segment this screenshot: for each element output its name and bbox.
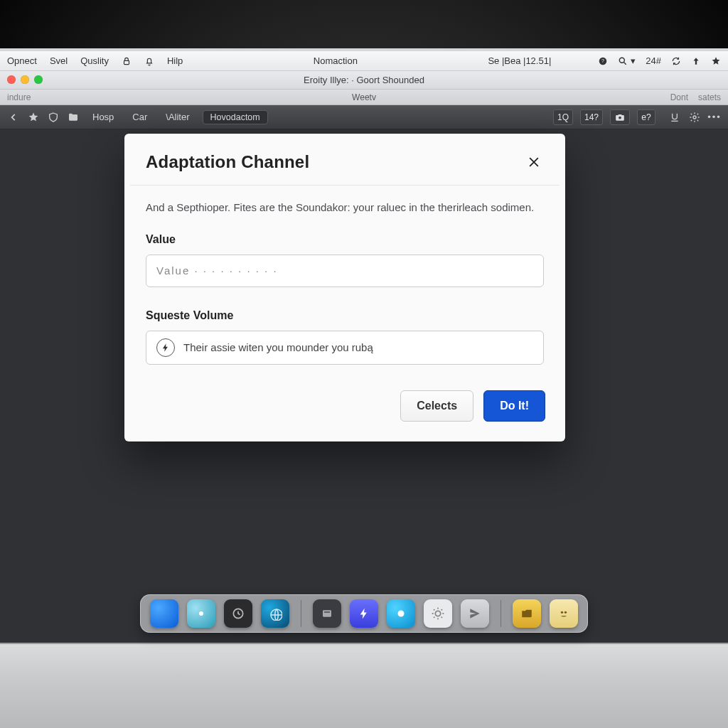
dock-separator	[301, 600, 301, 627]
bolt-icon	[156, 338, 175, 357]
bookmark-star-icon[interactable]	[27, 111, 40, 124]
svg-point-12	[435, 611, 440, 616]
window-sub-left: indure	[7, 92, 31, 102]
dock-app-10[interactable]	[513, 599, 541, 628]
dialog-title: Adaptation Channel	[146, 152, 309, 172]
dock-app-5[interactable]	[313, 599, 341, 628]
star-icon[interactable]	[711, 56, 721, 66]
menubar-center-label: Nomaction	[314, 55, 358, 66]
menu-item-svel[interactable]: Svel	[50, 55, 68, 66]
value-input[interactable]	[146, 255, 544, 287]
adaptation-channel-dialog: Adaptation Channel And a Septhioper. Fit…	[124, 134, 565, 441]
dock-app-3[interactable]	[224, 599, 252, 628]
cancel-button[interactable]: Celects	[400, 390, 473, 422]
window-close-button[interactable]	[7, 75, 16, 84]
dock-app-4[interactable]	[261, 599, 289, 628]
svg-point-13	[561, 611, 563, 614]
svg-rect-0	[124, 60, 129, 64]
squeste-volume-text: Their assie witen you mounder you rubą	[183, 340, 373, 355]
menubar-clock: 24#	[646, 55, 661, 66]
dock-app-7[interactable]	[387, 599, 415, 628]
squeste-volume-label: Squeste Volume	[146, 307, 544, 323]
toolbar-chip-2[interactable]: 14?	[580, 109, 603, 125]
svg-text:?: ?	[601, 58, 604, 63]
sync-icon[interactable]	[671, 56, 681, 66]
dock-separator-2	[500, 600, 501, 627]
upload-arrow-icon[interactable]	[691, 56, 701, 66]
toolbar-item-car[interactable]: Car	[127, 110, 153, 124]
menu-item-opnect[interactable]: Opnect	[7, 55, 37, 66]
traffic-lights	[7, 75, 43, 84]
app-toolbar: Hosp Car \Aliter Hovodactom 1Q 14? e? ••…	[0, 105, 728, 129]
svg-point-11	[398, 611, 405, 617]
window-subtitle-bar: indure Weetv Dont satets	[0, 90, 728, 105]
svg-point-3	[620, 58, 625, 63]
menu-item-hilp[interactable]: Hilp	[167, 55, 183, 66]
dock-app-11[interactable]	[550, 599, 578, 628]
menubar-status: Se |Bea |12.51|	[488, 55, 551, 66]
window-title: Eroity Illye: · Goort Shounded	[304, 75, 424, 85]
folder-icon[interactable]	[67, 111, 80, 124]
value-label: Value	[146, 231, 544, 247]
svg-rect-10	[324, 611, 330, 612]
toolbar-pill-hovodactom[interactable]: Hovodactom	[203, 110, 268, 124]
window-subtitle: Weetv	[352, 92, 376, 102]
os-dock	[140, 594, 588, 633]
os-menubar: Opnect Svel Quslity Hilp Nomaction Se |B…	[0, 51, 728, 71]
help-circle-icon[interactable]: ?	[598, 56, 608, 66]
toolbar-chip-3[interactable]: e?	[637, 109, 655, 125]
window-sub-right-2[interactable]: satets	[698, 92, 721, 102]
toolbar-item-aliter[interactable]: \Aliter	[160, 110, 195, 124]
dialog-description: And a Septhioper. Fites are the Soundako…	[146, 200, 544, 215]
menubar-right-group: ? ▾ 24#	[598, 55, 721, 66]
window-minimize-button[interactable]	[21, 75, 29, 84]
toolbar-chip-1[interactable]: 1Q	[553, 109, 573, 125]
window-titlebar[interactable]: Eroity Illye: · Goort Shounded	[0, 71, 728, 90]
toolbar-chip-camera[interactable]	[610, 109, 630, 125]
window-sub-right-1[interactable]: Dont	[670, 92, 688, 102]
laptop-screen: Opnect Svel Quslity Hilp Nomaction Se |B…	[0, 48, 728, 643]
more-icon[interactable]: •••	[708, 111, 721, 124]
dock-app-6[interactable]	[350, 599, 378, 628]
dialog-close-button[interactable]	[524, 152, 544, 172]
squeste-volume-info[interactable]: Their assie witen you mounder you rubą	[146, 331, 544, 365]
svg-point-5	[693, 116, 696, 119]
svg-point-6	[199, 611, 203, 616]
svg-point-14	[564, 611, 567, 614]
bell-icon[interactable]	[144, 56, 154, 66]
window-maximize-button[interactable]	[34, 75, 43, 84]
dock-app-8[interactable]	[424, 599, 452, 628]
shield-icon[interactable]	[47, 111, 60, 124]
confirm-button[interactable]: Do It!	[483, 390, 545, 422]
toolbar-item-hosp[interactable]: Hosp	[87, 110, 119, 124]
spotlight-search-icon[interactable]: ▾	[618, 55, 636, 66]
gear-icon[interactable]	[688, 111, 701, 124]
underline-icon[interactable]	[668, 111, 681, 124]
dock-app-9[interactable]	[461, 599, 489, 628]
lock-icon	[122, 56, 132, 66]
dock-app-1[interactable]	[150, 599, 178, 628]
menu-item-quslity[interactable]: Quslity	[80, 55, 109, 66]
svg-point-4	[619, 116, 621, 119]
back-chevron-icon[interactable]	[7, 111, 20, 124]
laptop-keyboard	[0, 643, 728, 728]
dock-app-2[interactable]	[187, 599, 215, 628]
svg-rect-9	[323, 610, 331, 616]
app-canvas: Adaptation Channel And a Septhioper. Fit…	[0, 129, 728, 643]
